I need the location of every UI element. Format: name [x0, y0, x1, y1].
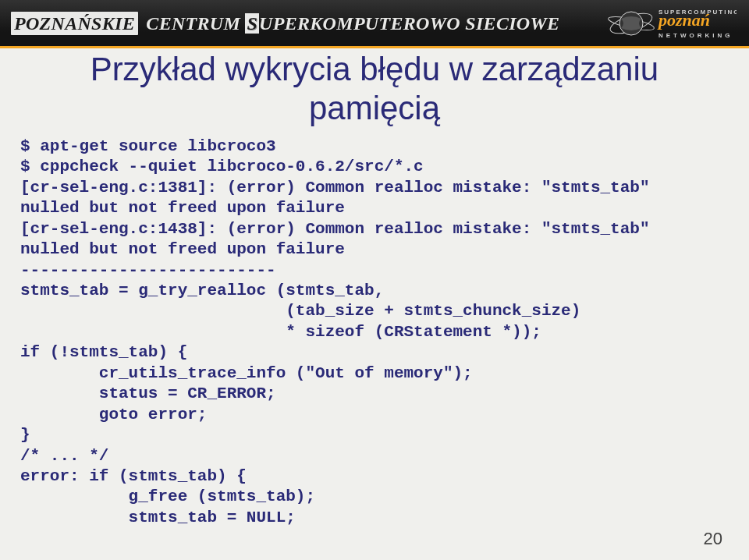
pcss-logo: SUPERCOMPUTING poznań NETWORKING — [596, 0, 737, 47]
org-rest: CENTRUM SUPERKOMPUTEROWO SIECIOWE — [141, 13, 559, 34]
logo-text-bottom: NETWORKING — [658, 32, 733, 39]
header-bar: POZNAŃSKIE CENTRUM SUPERKOMPUTEROWO SIEC… — [0, 0, 749, 48]
slide: POZNAŃSKIE CENTRUM SUPERKOMPUTEROWO SIEC… — [0, 0, 749, 560]
org-name: POZNAŃSKIE CENTRUM SUPERKOMPUTEROWO SIEC… — [11, 14, 559, 33]
svg-text:poznań: poznań — [657, 10, 710, 30]
content-area: Przykład wykrycia błędu w zarządzaniu pa… — [20, 44, 729, 528]
slide-title: Przykład wykrycia błędu w zarządzaniu pa… — [20, 50, 729, 129]
page-number: 20 — [704, 529, 722, 549]
code-block: $ apt-get source libcroco3 $ cppcheck --… — [20, 136, 729, 529]
org-box: POZNAŃSKIE — [11, 12, 138, 35]
